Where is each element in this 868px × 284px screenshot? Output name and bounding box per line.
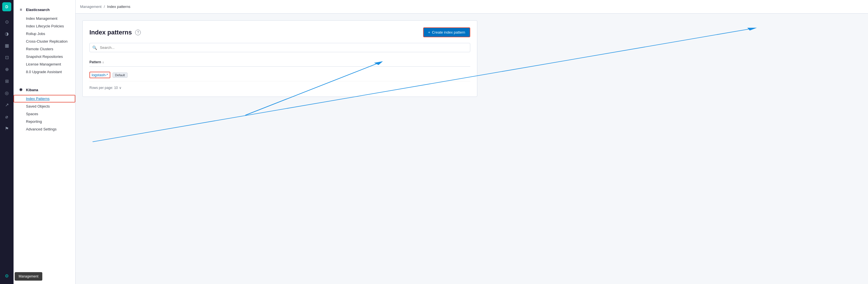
sidebar-item-spaces[interactable]: Spaces — [13, 110, 75, 118]
sidebar-elasticsearch-section: ≡ Elasticsearch — [13, 4, 75, 15]
management-tooltip: Management — [15, 272, 42, 281]
main-area: Management / Index patterns Index patter… — [75, 0, 868, 284]
sidebar-item-rollup-jobs[interactable]: Rollup Jobs — [13, 30, 75, 37]
elasticsearch-icon: ≡ — [18, 7, 24, 12]
app-logo[interactable]: D — [2, 2, 11, 11]
nav-canvas[interactable]: ⊡ — [2, 52, 12, 62]
sidebar-item-cross-cluster[interactable]: Cross-Cluster Replication — [13, 37, 75, 45]
search-input[interactable] — [89, 43, 470, 52]
column-pattern-header[interactable]: Pattern ↓ — [89, 60, 104, 64]
create-btn-icon: + — [428, 30, 431, 34]
table-row: logstash-* Default — [89, 69, 470, 81]
icon-nav: D ⊙ ◑ ▦ ⊡ ⊕ ⊞ ◎ ↗ ⌀ ⚑ ⚙ — [0, 0, 13, 284]
content-area: Index patterns ? + Create index pattern … — [75, 13, 868, 284]
search-container: 🔍 — [89, 43, 470, 52]
chevron-down-icon: ∨ — [119, 86, 122, 90]
sort-icon: ↓ — [102, 60, 104, 64]
sidebar-item-saved-objects[interactable]: Saved Objects — [13, 103, 75, 110]
default-badge: Default — [113, 73, 127, 78]
page-title: Index patterns — [89, 29, 132, 36]
sidebar-item-reporting[interactable]: Reporting — [13, 118, 75, 125]
rows-per-page[interactable]: Rows per page: 10 ∨ — [89, 86, 470, 90]
nav-uptime[interactable]: ⌀ — [2, 112, 12, 122]
nav-maps[interactable]: ⊕ — [2, 64, 12, 74]
help-icon[interactable]: ? — [135, 30, 141, 35]
sidebar-item-index-patterns[interactable]: Index Patterns — [13, 95, 75, 103]
content-header: Index patterns ? + Create index pattern — [89, 27, 470, 37]
title-row: Index patterns ? — [89, 29, 141, 36]
breadcrumb-current: Index patterns — [107, 4, 130, 9]
sidebar: ≡ Elasticsearch Index Management Index L… — [13, 0, 75, 284]
sidebar-item-index-management[interactable]: Index Management — [13, 15, 75, 22]
kibana-icon: ❋ — [18, 87, 24, 93]
nav-siem[interactable]: ⚑ — [2, 123, 12, 134]
search-icon: 🔍 — [92, 46, 97, 50]
sidebar-item-index-lifecycle[interactable]: Index Lifecycle Policies — [13, 22, 75, 30]
sidebar-kibana-section: ❋ Kibana — [13, 85, 75, 95]
nav-graph[interactable]: ◎ — [2, 88, 12, 98]
pattern-cell: logstash-* Default — [89, 72, 127, 78]
nav-dashboard[interactable]: ▦ — [2, 40, 12, 51]
nav-apm[interactable]: ↗ — [2, 100, 12, 110]
create-btn-label: Create index pattern — [432, 30, 465, 34]
sidebar-item-snapshot[interactable]: Snapshot Repositories — [13, 53, 75, 60]
nav-management[interactable]: ⚙ — [2, 271, 12, 281]
sidebar-item-advanced-settings[interactable]: Advanced Settings — [13, 125, 75, 133]
pattern-name-link[interactable]: logstash-* — [89, 72, 110, 78]
create-index-pattern-button[interactable]: + Create index pattern — [423, 27, 470, 37]
content-card: Index patterns ? + Create index pattern … — [82, 20, 477, 97]
sidebar-item-upgrade[interactable]: 8.0 Upgrade Assistant — [13, 68, 75, 76]
breadcrumb-separator: / — [104, 4, 105, 9]
breadcrumb-parent[interactable]: Management — [80, 4, 101, 9]
sidebar-item-license[interactable]: License Management — [13, 60, 75, 68]
table-header: Pattern ↓ — [89, 58, 470, 67]
top-bar: Management / Index patterns — [75, 0, 868, 13]
nav-visualize[interactable]: ◑ — [2, 29, 12, 39]
nav-discover[interactable]: ⊙ — [2, 17, 12, 27]
sidebar-item-remote-clusters[interactable]: Remote Clusters — [13, 45, 75, 53]
nav-ml[interactable]: ⊞ — [2, 76, 12, 86]
